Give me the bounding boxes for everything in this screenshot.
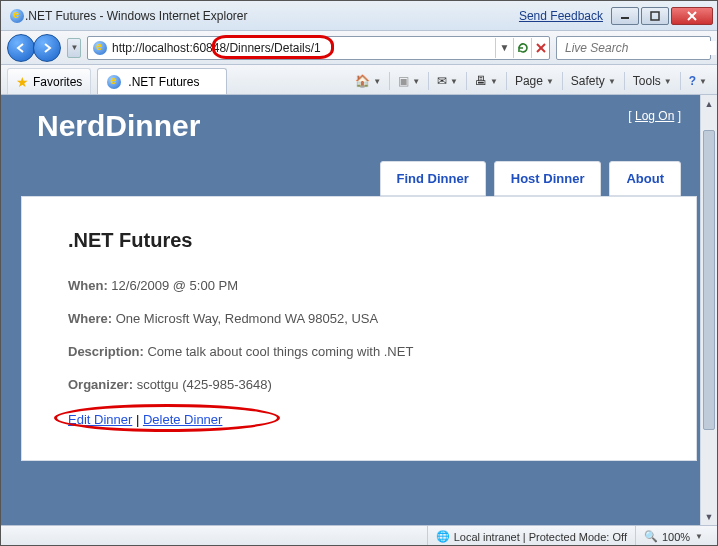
back-button[interactable] <box>7 34 35 62</box>
forward-button[interactable] <box>33 34 61 62</box>
separator <box>624 72 625 90</box>
nav-history-dropdown[interactable]: ▼ <box>67 38 81 58</box>
org-label: Organizer: <box>68 377 133 392</box>
search-input[interactable] <box>565 41 716 55</box>
dinner-title: .NET Futures <box>68 229 650 252</box>
favorites-button[interactable]: ★ Favorites <box>7 68 91 94</box>
page-viewport: NerdDinner [ Log On ] Find Dinner Host D… <box>1 95 717 525</box>
address-bar[interactable]: http://localhost:60848/Dinners/Details/1… <box>87 36 550 60</box>
separator <box>680 72 681 90</box>
mail-button[interactable]: ✉▼ <box>433 72 462 90</box>
vertical-scrollbar[interactable]: ▲ ▼ <box>700 95 717 525</box>
browser-tab[interactable]: .NET Futures <box>97 68 227 94</box>
separator <box>506 72 507 90</box>
search-box[interactable]: 🔍 <box>556 36 711 60</box>
maximize-button[interactable] <box>641 7 669 25</box>
security-zone[interactable]: 🌐 Local intranet | Protected Mode: Off <box>427 526 635 546</box>
tools-label: Tools <box>633 74 661 88</box>
org-value: scottgu (425-985-3648) <box>137 377 272 392</box>
separator <box>428 72 429 90</box>
address-dropdown[interactable]: ▼ <box>495 38 513 58</box>
scroll-down-button[interactable]: ▼ <box>701 508 717 525</box>
feeds-button[interactable]: ▣▼ <box>394 72 424 90</box>
separator <box>389 72 390 90</box>
bracket: ] <box>674 109 681 123</box>
tab-label: .NET Futures <box>128 75 199 89</box>
command-bar: ★ Favorites .NET Futures 🏠▼ ▣▼ ✉▼ 🖶▼ Pag… <box>1 65 717 95</box>
edit-dinner-link[interactable]: Edit Dinner <box>68 412 132 427</box>
when-label: When: <box>68 278 108 293</box>
globe-icon: 🌐 <box>436 530 450 543</box>
zone-text: Local intranet | Protected Mode: Off <box>454 531 627 543</box>
window-title: .NET Futures - Windows Internet Explorer <box>25 9 519 23</box>
action-separator: | <box>132 412 143 427</box>
zoom-control[interactable]: 🔍 100% ▼ <box>635 526 711 546</box>
status-bar: 🌐 Local intranet | Protected Mode: Off 🔍… <box>1 525 717 546</box>
where-value: One Microsft Way, Redmond WA 98052, USA <box>116 311 379 326</box>
delete-dinner-link[interactable]: Delete Dinner <box>143 412 223 427</box>
zoom-icon: 🔍 <box>644 530 658 543</box>
zoom-value: 100% <box>662 531 690 543</box>
when-value: 12/6/2009 @ 5:00 PM <box>111 278 238 293</box>
site-icon <box>92 40 108 56</box>
refresh-button[interactable] <box>513 38 531 58</box>
send-feedback-link[interactable]: Send Feedback <box>519 9 603 23</box>
rss-icon: ▣ <box>398 74 409 88</box>
page-label: Page <box>515 74 543 88</box>
star-icon: ★ <box>16 74 29 90</box>
minimize-button[interactable] <box>611 7 639 25</box>
nav-find-dinner[interactable]: Find Dinner <box>380 161 486 196</box>
separator <box>562 72 563 90</box>
nav-about[interactable]: About <box>609 161 681 196</box>
scroll-up-button[interactable]: ▲ <box>701 95 717 112</box>
home-button[interactable]: 🏠▼ <box>351 72 385 90</box>
nav-host-dinner[interactable]: Host Dinner <box>494 161 602 196</box>
scroll-thumb[interactable] <box>703 130 715 430</box>
logon-area: [ Log On ] <box>628 109 681 123</box>
window-titlebar: .NET Futures - Windows Internet Explorer… <box>1 1 717 31</box>
separator <box>466 72 467 90</box>
bracket: [ <box>628 109 635 123</box>
svg-rect-1 <box>651 12 659 20</box>
print-button[interactable]: 🖶▼ <box>471 72 502 90</box>
url-text: http://localhost:60848/Dinners/Details/1 <box>112 41 495 55</box>
dinner-actions: Edit Dinner | Delete Dinner <box>68 412 222 427</box>
tools-menu[interactable]: Tools▼ <box>629 72 676 90</box>
chevron-down-icon: ▼ <box>695 532 703 541</box>
close-button[interactable] <box>671 7 713 25</box>
navigation-bar: ▼ http://localhost:60848/Dinners/Details… <box>1 31 717 65</box>
print-icon: 🖶 <box>475 74 487 88</box>
site-logo[interactable]: NerdDinner <box>37 109 200 143</box>
safety-menu[interactable]: Safety▼ <box>567 72 620 90</box>
safety-label: Safety <box>571 74 605 88</box>
desc-value: Come talk about cool things coming with … <box>147 344 413 359</box>
help-button[interactable]: ?▼ <box>685 72 711 90</box>
where-label: Where: <box>68 311 112 326</box>
mail-icon: ✉ <box>437 74 447 88</box>
home-icon: 🏠 <box>355 74 370 88</box>
desc-label: Description: <box>68 344 144 359</box>
help-icon: ? <box>689 74 696 88</box>
logon-link[interactable]: Log On <box>635 109 674 123</box>
favorites-label: Favorites <box>33 75 82 89</box>
content-card: .NET Futures When: 12/6/2009 @ 5:00 PM W… <box>21 196 697 461</box>
stop-button[interactable] <box>531 38 549 58</box>
ie-icon <box>9 8 25 24</box>
page-menu[interactable]: Page▼ <box>511 72 558 90</box>
tab-icon <box>106 74 122 90</box>
